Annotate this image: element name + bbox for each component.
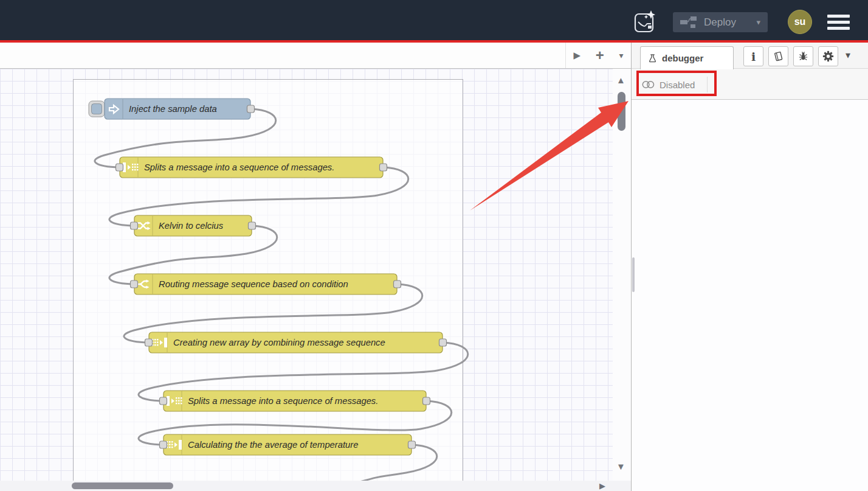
vertical-scrollbar-track: ▲ ▼ — [613, 69, 631, 481]
sidebar-tab-row: debugger i — [632, 43, 868, 69]
user-avatar[interactable]: su — [788, 10, 812, 34]
horizontal-scrollbar: ▶ — [0, 481, 631, 491]
sidebar: debugger i — [631, 43, 868, 491]
debugger-toolbar: Disabled — [632, 69, 868, 100]
book-icon — [773, 51, 784, 61]
horizontal-scrollbar-thumb[interactable] — [72, 482, 173, 489]
scroll-tabs-right-icon[interactable]: ▶ — [573, 50, 580, 61]
gear-icon — [822, 50, 834, 62]
flow-canvas[interactable]: ▲ ▼ Inject the sample dataSplits a messa… — [0, 69, 631, 481]
scroll-up-icon[interactable]: ▲ — [616, 75, 625, 85]
vertical-scrollbar-thumb[interactable] — [618, 92, 625, 131]
toolbar-separator — [707, 77, 708, 92]
debugger-content — [632, 100, 868, 491]
disabled-label: Disabled — [660, 80, 695, 90]
header-bar: Deploy ▾ su — [0, 0, 868, 40]
hamburger-icon — [827, 15, 850, 18]
settings-button[interactable] — [818, 46, 838, 66]
flask-icon — [648, 54, 657, 63]
sidebar-menu-caret[interactable]: ▾ — [846, 49, 850, 61]
ai-flow-sparkle-icon — [633, 9, 656, 34]
workspace: ▶ + ▾ ▲ ▼ Inject the sample dataSplits a… — [0, 43, 631, 491]
deploy-icon — [680, 16, 697, 29]
scroll-right-icon[interactable]: ▶ — [599, 481, 605, 490]
deploy-label: Deploy — [704, 16, 736, 29]
deploy-button[interactable]: Deploy ▾ — [673, 12, 768, 32]
debugger-disabled-toggle[interactable]: Disabled — [642, 75, 708, 94]
bug-icon — [798, 51, 808, 61]
ai-assistant-button[interactable] — [633, 9, 656, 34]
debug-button[interactable] — [793, 46, 813, 66]
flow-tab-bar: ▶ + ▾ — [0, 43, 631, 69]
flow-list-caret-icon[interactable]: ▾ — [619, 50, 624, 60]
scroll-down-icon[interactable]: ▼ — [616, 461, 625, 472]
info-icon: i — [751, 50, 756, 63]
node-red-app: Deploy ▾ su ▶ + ▾ ▲ ▼ Inject the — [0, 0, 868, 491]
canvas-grid — [0, 69, 613, 481]
avatar-initials: su — [794, 16, 806, 27]
deploy-caret-icon[interactable]: ▾ — [750, 18, 760, 27]
toggle-icon — [642, 80, 655, 89]
main-menu-button[interactable] — [827, 15, 850, 32]
docs-button[interactable] — [768, 46, 788, 66]
tab-debugger[interactable]: debugger — [640, 46, 734, 69]
sidebar-tab-label: debugger — [662, 53, 703, 63]
sidebar-scrollbar-thumb[interactable] — [632, 257, 635, 292]
add-flow-icon[interactable]: + — [596, 49, 604, 61]
tab-bar-controls: ▶ + ▾ — [565, 43, 631, 68]
info-button[interactable]: i — [743, 46, 763, 66]
